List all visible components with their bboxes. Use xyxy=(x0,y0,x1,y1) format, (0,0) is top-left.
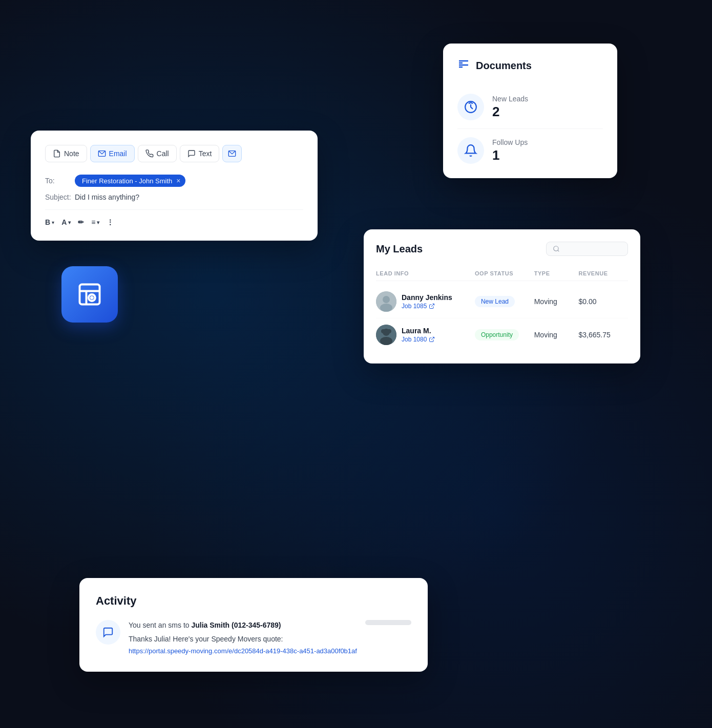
leads-title: My Leads xyxy=(376,243,423,255)
subject-label: Subject: xyxy=(45,193,71,201)
email-toolbar: Note Email Call Text xyxy=(45,145,303,162)
follow-ups-stat: Follow Ups 1 xyxy=(457,129,603,164)
money-icon-card[interactable] xyxy=(61,266,118,323)
email-subject-field: Subject: Did I miss anything? xyxy=(45,193,303,201)
avatar-laura xyxy=(376,325,396,345)
to-label: To: xyxy=(45,177,71,185)
avatar-danny xyxy=(376,291,396,312)
activity-quote: Thanks Julia! Here's your Speedy Movers … xyxy=(129,635,357,643)
new-lead-badge: New Lead xyxy=(475,296,515,307)
svg-line-14 xyxy=(431,304,434,307)
revenue-danny: $0.00 xyxy=(579,297,628,306)
lead-row-laura[interactable]: Laura M. Job 1080 Opportunity Moving $3,… xyxy=(376,318,628,351)
follow-ups-label: Follow Ups xyxy=(492,138,528,146)
svg-point-9 xyxy=(554,246,558,251)
new-leads-icon-circle xyxy=(457,94,484,120)
lead-row-danny[interactable]: Danny Jenkins Job 1085 New Lead Moving $… xyxy=(376,285,628,318)
follow-ups-content: Follow Ups 1 xyxy=(492,138,528,163)
new-leads-label: New Leads xyxy=(492,95,528,103)
lead-info-laura: Laura M. Job 1080 xyxy=(376,325,475,345)
col-oop-status: OOP Status xyxy=(475,270,534,276)
documents-card-header: Documents xyxy=(457,58,603,73)
lead-info-danny: Danny Jenkins Job 1085 xyxy=(376,291,475,312)
documents-icon xyxy=(457,58,470,73)
activity-card: Activity You sent an sms to Julia Smith … xyxy=(79,578,428,672)
svg-line-19 xyxy=(431,337,434,340)
svg-point-18 xyxy=(380,337,392,345)
email-to-field: To: Finer Restoration - John Smith × xyxy=(45,175,303,187)
external-link-icon xyxy=(429,303,435,309)
activity-text: You sent an sms to Julia Smith (012-345-… xyxy=(129,620,357,631)
type-laura: Moving xyxy=(534,331,579,339)
lead-details-laura: Laura M. Job 1080 xyxy=(402,327,435,343)
svg-rect-17 xyxy=(381,329,391,333)
lead-details-danny: Danny Jenkins Job 1085 xyxy=(402,293,452,310)
status-opportunity: Opportunity xyxy=(475,329,534,340)
recipient-name: Finer Restoration - John Smith xyxy=(82,177,172,185)
new-leads-stat: New Leads 2 xyxy=(457,85,603,129)
external-link-icon-laura xyxy=(429,336,435,342)
note-button[interactable]: Note xyxy=(45,145,87,162)
status-new-lead: New Lead xyxy=(475,296,534,307)
more-options-button[interactable]: ⋮ xyxy=(107,218,114,226)
svg-point-13 xyxy=(380,304,392,312)
leads-card: My Leads Lead Info OOP Status Type Reven… xyxy=(364,229,640,363)
svg-line-10 xyxy=(558,250,559,252)
remove-recipient-icon[interactable]: × xyxy=(176,177,180,185)
follow-ups-value: 1 xyxy=(492,147,528,163)
follow-ups-icon-circle xyxy=(457,137,484,164)
revenue-laura: $3,665.75 xyxy=(579,331,628,339)
leads-header: My Leads xyxy=(376,242,628,256)
new-leads-content: New Leads 2 xyxy=(492,95,528,120)
search-box[interactable] xyxy=(546,242,628,256)
lead-job-danny[interactable]: Job 1085 xyxy=(402,303,452,310)
search-icon xyxy=(553,245,560,252)
activity-item: You sent an sms to Julia Smith (012-345-… xyxy=(96,620,411,655)
email-subject: Did I miss anything? xyxy=(75,193,139,201)
opportunity-badge: Opportunity xyxy=(475,329,519,340)
col-revenue: Revenue xyxy=(579,270,628,276)
recipient-tag[interactable]: Finer Restoration - John Smith × xyxy=(75,175,185,187)
activity-title: Activity xyxy=(96,594,411,608)
email-format-bar: B ▾ A ▾ ✏ ≡ ▾ ⋮ xyxy=(45,209,303,226)
timestamp-placeholder xyxy=(365,620,411,625)
lead-job-laura[interactable]: Job 1080 xyxy=(402,336,435,343)
col-lead-info: Lead Info xyxy=(376,270,475,276)
lead-name-laura: Laura M. xyxy=(402,327,435,335)
bold-button[interactable]: B ▾ xyxy=(45,218,54,226)
send-button[interactable] xyxy=(222,145,242,162)
activity-contact: Julia Smith (012-345-6789) xyxy=(191,621,281,629)
table-header: Lead Info OOP Status Type Revenue xyxy=(376,266,628,281)
edit-button[interactable]: ✏ xyxy=(78,218,84,226)
activity-sms-icon xyxy=(96,620,120,645)
col-type: Type xyxy=(534,270,579,276)
text-button[interactable]: Text xyxy=(180,145,220,162)
documents-card: Documents New Leads 2 Follow Ups 1 xyxy=(443,44,617,178)
font-button[interactable]: A ▾ xyxy=(61,218,71,226)
svg-point-12 xyxy=(383,296,390,303)
lead-name-danny: Danny Jenkins xyxy=(402,293,452,302)
email-compose-card: Note Email Call Text xyxy=(31,131,318,241)
type-danny: Moving xyxy=(534,297,579,306)
call-button[interactable]: Call xyxy=(138,145,177,162)
activity-content: You sent an sms to Julia Smith (012-345-… xyxy=(129,620,357,655)
activity-link[interactable]: https://portal.speedy-moving.com/e/dc205… xyxy=(129,647,357,655)
align-button[interactable]: ≡ ▾ xyxy=(91,218,99,226)
documents-title: Documents xyxy=(476,60,532,72)
email-button[interactable]: Email xyxy=(90,145,135,162)
new-leads-value: 2 xyxy=(492,104,528,120)
